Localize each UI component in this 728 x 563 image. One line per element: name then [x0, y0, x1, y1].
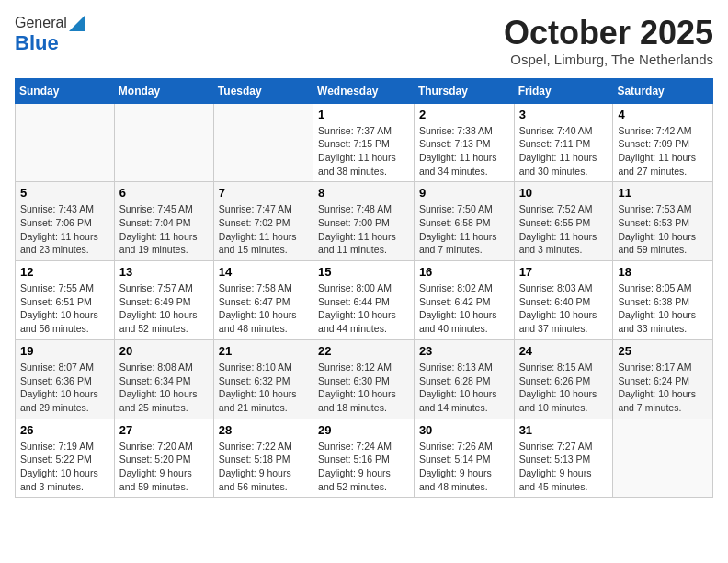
- calendar-cell: 22Sunrise: 8:12 AMSunset: 6:30 PMDayligh…: [313, 339, 415, 419]
- day-number: 5: [20, 186, 109, 200]
- calendar-cell: 30Sunrise: 7:26 AMSunset: 5:14 PMDayligh…: [414, 419, 514, 498]
- calendar-cell: 17Sunrise: 8:03 AMSunset: 6:40 PMDayligh…: [514, 261, 613, 340]
- calendar-week-1: 1Sunrise: 7:37 AMSunset: 7:15 PMDaylight…: [16, 103, 713, 182]
- calendar-cell: [213, 103, 313, 182]
- day-info: Sunrise: 8:07 AMSunset: 6:36 PMDaylight:…: [20, 361, 109, 415]
- day-number: 27: [119, 423, 209, 437]
- day-info: Sunrise: 7:55 AMSunset: 6:51 PMDaylight:…: [20, 282, 109, 336]
- calendar-cell: 25Sunrise: 8:17 AMSunset: 6:24 PMDayligh…: [613, 339, 713, 419]
- day-number: 21: [219, 344, 308, 358]
- day-info: Sunrise: 8:00 AMSunset: 6:44 PMDaylight:…: [318, 282, 409, 336]
- day-info: Sunrise: 8:10 AMSunset: 6:32 PMDaylight:…: [219, 361, 308, 415]
- calendar-cell: 9Sunrise: 7:50 AMSunset: 6:58 PMDaylight…: [414, 182, 514, 261]
- day-info: Sunrise: 8:13 AMSunset: 6:28 PMDaylight:…: [419, 361, 509, 415]
- calendar-cell: 19Sunrise: 8:07 AMSunset: 6:36 PMDayligh…: [16, 339, 115, 419]
- day-info: Sunrise: 7:38 AMSunset: 7:13 PMDaylight:…: [419, 124, 509, 178]
- calendar-cell: 4Sunrise: 7:42 AMSunset: 7:09 PMDaylight…: [613, 103, 713, 182]
- day-number: 11: [618, 186, 708, 200]
- calendar-cell: [613, 419, 713, 498]
- calendar-cell: 13Sunrise: 7:57 AMSunset: 6:49 PMDayligh…: [114, 261, 213, 340]
- weekday-header-wednesday: Wednesday: [313, 78, 415, 103]
- day-info: Sunrise: 7:22 AMSunset: 5:18 PMDaylight:…: [219, 440, 308, 494]
- day-info: Sunrise: 8:15 AMSunset: 6:26 PMDaylight:…: [519, 361, 609, 415]
- calendar-cell: [114, 103, 213, 182]
- day-info: Sunrise: 7:52 AMSunset: 6:55 PMDaylight:…: [519, 202, 609, 257]
- day-info: Sunrise: 7:43 AMSunset: 7:06 PMDaylight:…: [20, 202, 109, 257]
- calendar-header: SundayMondayTuesdayWednesdayThursdayFrid…: [16, 78, 713, 103]
- calendar-cell: 16Sunrise: 8:02 AMSunset: 6:42 PMDayligh…: [414, 261, 514, 340]
- day-number: 24: [519, 344, 609, 358]
- page-header: General Blue October 2025 Ospel, Limburg…: [15, 15, 713, 67]
- day-number: 13: [119, 265, 209, 279]
- day-info: Sunrise: 8:17 AMSunset: 6:24 PMDaylight:…: [618, 361, 708, 415]
- day-number: 12: [20, 265, 109, 279]
- calendar-cell: 8Sunrise: 7:48 AMSunset: 7:00 PMDaylight…: [313, 182, 415, 261]
- calendar-cell: 7Sunrise: 7:47 AMSunset: 7:02 PMDaylight…: [213, 182, 313, 261]
- calendar-cell: 3Sunrise: 7:40 AMSunset: 7:11 PMDaylight…: [514, 103, 613, 182]
- calendar-cell: 28Sunrise: 7:22 AMSunset: 5:18 PMDayligh…: [213, 419, 313, 498]
- weekday-header-thursday: Thursday: [414, 78, 514, 103]
- day-info: Sunrise: 7:45 AMSunset: 7:04 PMDaylight:…: [119, 202, 209, 257]
- calendar-cell: [16, 103, 115, 182]
- calendar-cell: 21Sunrise: 8:10 AMSunset: 6:32 PMDayligh…: [213, 339, 313, 419]
- day-number: 31: [519, 423, 609, 437]
- day-info: Sunrise: 7:40 AMSunset: 7:11 PMDaylight:…: [519, 124, 609, 178]
- calendar-cell: 18Sunrise: 8:05 AMSunset: 6:38 PMDayligh…: [613, 261, 713, 340]
- day-info: Sunrise: 7:53 AMSunset: 6:53 PMDaylight:…: [618, 202, 708, 257]
- day-number: 20: [119, 344, 209, 358]
- day-info: Sunrise: 7:50 AMSunset: 6:58 PMDaylight:…: [419, 202, 509, 257]
- calendar-week-4: 19Sunrise: 8:07 AMSunset: 6:36 PMDayligh…: [16, 339, 713, 419]
- logo-blue-text: Blue: [15, 31, 59, 55]
- calendar-cell: 12Sunrise: 7:55 AMSunset: 6:51 PMDayligh…: [16, 261, 115, 340]
- weekday-header-friday: Friday: [514, 78, 613, 103]
- logo-arrow-icon: [69, 15, 85, 31]
- weekday-header-monday: Monday: [114, 78, 213, 103]
- day-number: 1: [318, 108, 409, 121]
- calendar-cell: 31Sunrise: 7:27 AMSunset: 5:13 PMDayligh…: [514, 419, 613, 498]
- day-number: 2: [419, 108, 509, 121]
- calendar-cell: 5Sunrise: 7:43 AMSunset: 7:06 PMDaylight…: [16, 182, 115, 261]
- calendar-cell: 27Sunrise: 7:20 AMSunset: 5:20 PMDayligh…: [114, 419, 213, 498]
- day-number: 7: [219, 186, 308, 200]
- day-info: Sunrise: 7:27 AMSunset: 5:13 PMDaylight:…: [519, 440, 609, 494]
- calendar-cell: 1Sunrise: 7:37 AMSunset: 7:15 PMDaylight…: [313, 103, 415, 182]
- day-info: Sunrise: 7:48 AMSunset: 7:00 PMDaylight:…: [318, 202, 409, 257]
- day-info: Sunrise: 7:24 AMSunset: 5:16 PMDaylight:…: [318, 440, 409, 494]
- calendar-cell: 23Sunrise: 8:13 AMSunset: 6:28 PMDayligh…: [414, 339, 514, 419]
- day-info: Sunrise: 8:02 AMSunset: 6:42 PMDaylight:…: [419, 282, 509, 336]
- day-number: 18: [618, 265, 708, 279]
- weekday-header-sunday: Sunday: [16, 78, 115, 103]
- day-number: 9: [419, 186, 509, 200]
- day-info: Sunrise: 7:47 AMSunset: 7:02 PMDaylight:…: [219, 202, 308, 257]
- day-info: Sunrise: 7:42 AMSunset: 7:09 PMDaylight:…: [618, 124, 708, 178]
- calendar-cell: 14Sunrise: 7:58 AMSunset: 6:47 PMDayligh…: [213, 261, 313, 340]
- calendar-cell: 6Sunrise: 7:45 AMSunset: 7:04 PMDaylight…: [114, 182, 213, 261]
- calendar-cell: 20Sunrise: 8:08 AMSunset: 6:34 PMDayligh…: [114, 339, 213, 419]
- calendar-cell: 15Sunrise: 8:00 AMSunset: 6:44 PMDayligh…: [313, 261, 415, 340]
- day-number: 25: [618, 344, 708, 358]
- day-info: Sunrise: 7:19 AMSunset: 5:22 PMDaylight:…: [20, 440, 109, 494]
- day-number: 6: [119, 186, 209, 200]
- day-number: 8: [318, 186, 409, 200]
- day-number: 29: [318, 423, 409, 437]
- location-text: Ospel, Limburg, The Netherlands: [504, 52, 713, 67]
- day-number: 26: [20, 423, 109, 437]
- title-block: October 2025 Ospel, Limburg, The Netherl…: [504, 15, 713, 67]
- logo: General Blue: [15, 15, 85, 55]
- day-number: 15: [318, 265, 409, 279]
- day-info: Sunrise: 8:05 AMSunset: 6:38 PMDaylight:…: [618, 282, 708, 336]
- day-number: 22: [318, 344, 409, 358]
- day-number: 30: [419, 423, 509, 437]
- day-number: 16: [419, 265, 509, 279]
- calendar-week-3: 12Sunrise: 7:55 AMSunset: 6:51 PMDayligh…: [16, 261, 713, 340]
- day-info: Sunrise: 7:57 AMSunset: 6:49 PMDaylight:…: [119, 282, 209, 336]
- day-number: 23: [419, 344, 509, 358]
- day-info: Sunrise: 8:08 AMSunset: 6:34 PMDaylight:…: [119, 361, 209, 415]
- weekday-header-row: SundayMondayTuesdayWednesdayThursdayFrid…: [16, 78, 713, 103]
- day-number: 4: [618, 108, 708, 121]
- calendar-cell: 10Sunrise: 7:52 AMSunset: 6:55 PMDayligh…: [514, 182, 613, 261]
- day-number: 14: [219, 265, 308, 279]
- day-number: 17: [519, 265, 609, 279]
- day-number: 3: [519, 108, 609, 121]
- calendar-table: SundayMondayTuesdayWednesdayThursdayFrid…: [15, 78, 713, 499]
